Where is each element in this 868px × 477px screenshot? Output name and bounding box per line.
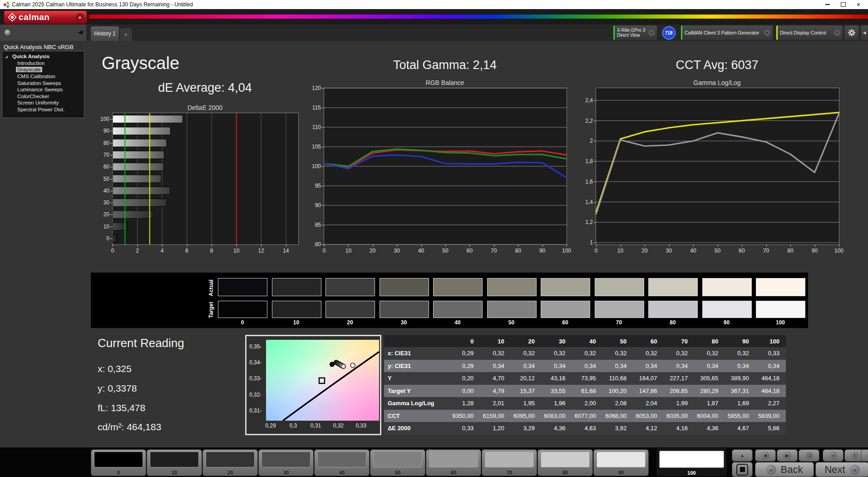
minimize-icon — [825, 4, 830, 5]
pattern-button-10[interactable]: 10 — [147, 449, 202, 476]
table-cell: 1,87 — [694, 400, 725, 407]
tick — [237, 244, 237, 247]
back-button[interactable]: «Back — [755, 462, 814, 477]
table-cell: 4,36 — [694, 425, 725, 432]
tick — [645, 244, 645, 247]
table-cell: 5,66 — [755, 425, 786, 432]
tick — [839, 244, 839, 247]
chart-rgb-x-label: 20 — [370, 248, 375, 254]
pattern-button-60[interactable]: 60 — [426, 449, 481, 476]
cie-x-label: 0,33 — [355, 422, 366, 429]
sidebar-item-label: Saturation Sweeps — [16, 80, 63, 86]
tick — [421, 244, 422, 247]
chart-gamma-x-label: 60 — [739, 248, 745, 254]
sidebar-item-label: ColorChecker — [16, 94, 50, 99]
tree-node-root-label: Quick Analysis — [11, 54, 51, 59]
calman-menu-button[interactable]: calman ▾ — [4, 10, 87, 24]
deltae-y-label: 100 — [100, 116, 109, 122]
loop-button[interactable]: ∞ — [823, 449, 843, 462]
pattern-label: 30 — [259, 470, 313, 475]
close-button[interactable]: ✕ — [851, 0, 866, 9]
table-cell: 1,20 — [480, 425, 510, 432]
table-row-gamma-log-log: Gamma Log/Log1,282,011,951,962,002,082,0… — [384, 397, 786, 410]
sidebar-item-colorchecker[interactable]: ColorChecker — [2, 93, 84, 100]
pattern-button-0[interactable]: 0 — [91, 449, 146, 476]
sidebar-item-introduction[interactable]: Introduction — [2, 60, 84, 67]
swatch-level-label: 80 — [670, 319, 676, 326]
table-cell: 4,36 — [541, 425, 572, 432]
tick — [110, 119, 113, 119]
sidebar-item-grayscale[interactable]: Grayscale — [2, 66, 84, 73]
chart-rgb-x-label: 50 — [442, 248, 448, 254]
maximize-button[interactable] — [835, 0, 851, 9]
chart-rgb-x-label: 40 — [418, 248, 424, 254]
chart-gamma-x-label: 10 — [617, 248, 623, 254]
meter-device-button[interactable]: X-Rite i1Pro 3Direct View ▾ — [613, 25, 657, 40]
table-cell: 33,55 — [541, 388, 572, 394]
pattern-button-90[interactable]: 90 — [593, 449, 649, 476]
minimize-button[interactable] — [820, 0, 835, 9]
chart-gamma-x-label: 20 — [641, 248, 647, 254]
next-button[interactable]: Next» — [815, 462, 868, 477]
stop-button[interactable]: ■ — [755, 449, 776, 462]
tree-expander-icon[interactable]: ◢ — [5, 55, 8, 59]
pattern-generator-button[interactable]: CalMAN Client 3 Pattern Generator ▾ — [681, 25, 773, 40]
pattern-button-80[interactable]: 80 — [538, 449, 593, 476]
chart-gamma-x-label: 40 — [690, 248, 696, 254]
play-button[interactable]: ▶ — [777, 449, 798, 462]
tab-history-1[interactable]: History 1 — [91, 26, 119, 41]
deltae-x-label: 2 — [136, 248, 139, 254]
pattern-button-70[interactable]: 70 — [482, 449, 537, 476]
pattern-window-button[interactable]: ⊡ — [799, 449, 819, 462]
maximize-icon — [841, 2, 846, 7]
sidebar-item-spectral-power-dist-[interactable]: Spectral Power Dist. — [2, 106, 84, 113]
display-control-button[interactable]: Direct Display Control ▾ — [776, 25, 843, 40]
deltae-y-label: 90 — [104, 128, 109, 134]
refresh-icon: ↻ — [851, 452, 859, 460]
tree-node-root[interactable]: ◢Quick Analysis — [2, 53, 84, 60]
chart-gamma-y-label: 2,4 — [585, 97, 593, 104]
table-cell: 0,33 — [449, 425, 480, 432]
sidebar-item-luminance-sweeps[interactable]: Luminance Sweeps — [2, 86, 84, 93]
pattern-stop-button[interactable] — [732, 462, 753, 477]
settings-button[interactable] — [844, 25, 859, 40]
sidebar-collapse-icon[interactable]: ◀ — [78, 29, 83, 35]
table-cell: 206,65 — [664, 388, 694, 394]
table-cell: 0,34 — [572, 363, 602, 369]
table-cell: 147,86 — [633, 388, 663, 394]
pattern-up-button[interactable]: ▲ — [732, 449, 753, 462]
table-row-y-cie31: y: CIE310,290,340,340,340,340,340,340,34… — [384, 360, 786, 373]
pattern-swatch — [317, 452, 366, 467]
table-header-row: 0102030405060708090100 — [384, 335, 786, 347]
swatch-level-label: 90 — [724, 319, 730, 326]
table-cell: 0,32 — [694, 350, 725, 357]
chart-rgb-y-label: 110 — [312, 124, 321, 130]
pattern-button-100[interactable]: 100 — [656, 447, 727, 477]
rgb-balance-chart-title: RGB Balance — [324, 79, 566, 86]
target-swatch-0 — [218, 301, 267, 318]
chart-rgb-x-label: 0 — [323, 248, 326, 254]
table-cell: 0,20 — [449, 375, 480, 382]
table-cell: 0,32 — [541, 350, 572, 357]
meter-profile-badge[interactable]: 718 — [661, 25, 677, 40]
pattern-button-30[interactable]: 30 — [258, 449, 314, 476]
pattern-button-20[interactable]: 20 — [202, 449, 258, 476]
pattern-button-40[interactable]: 40 — [314, 449, 370, 476]
sidebar-item-cms-calibration[interactable]: CMS Calibration — [2, 73, 84, 80]
record-button[interactable] — [861, 449, 868, 462]
deltae-y-label: 70 — [104, 152, 109, 158]
tick — [594, 100, 596, 101]
sidebar-item-saturation-sweeps[interactable]: Saturation Sweeps — [2, 80, 84, 86]
deltae-chart-title: DeltaE 2000 — [112, 104, 298, 111]
pattern-label: 20 — [203, 470, 257, 475]
sidebar-header: ◀ — [0, 25, 86, 41]
tick — [373, 244, 373, 247]
workflow-status-icon[interactable] — [5, 30, 10, 35]
pattern-button-50[interactable]: 50 — [370, 449, 425, 476]
tab-add-button[interactable]: + — [120, 28, 132, 41]
target-row-label: Target — [208, 301, 214, 318]
actual-swatch-0 — [218, 278, 267, 296]
stop-square-icon — [736, 464, 748, 476]
panel-collapse-button[interactable]: ◀ — [861, 25, 868, 40]
sidebar-item-screen-uniformity[interactable]: Screen Uniformity — [2, 99, 84, 106]
